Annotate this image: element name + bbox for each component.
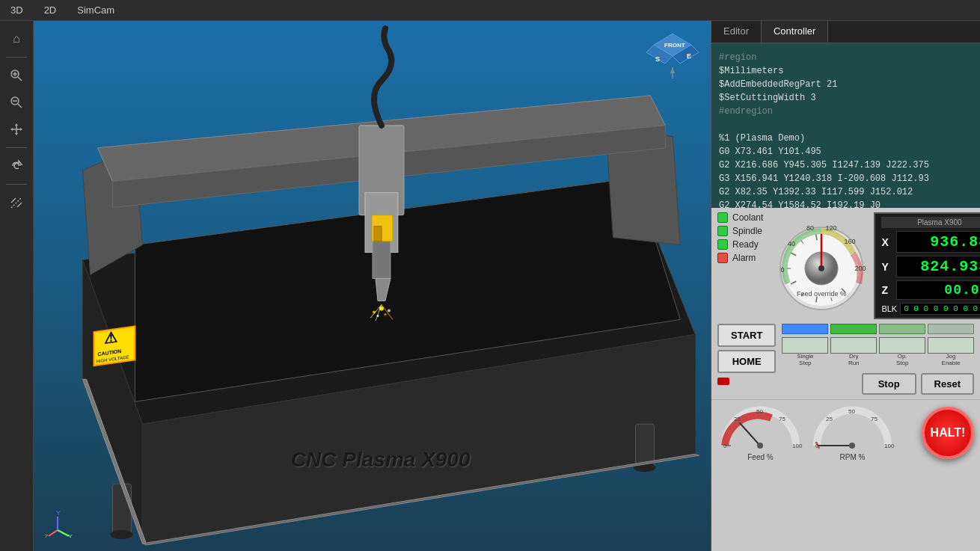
code-line-6 <box>719 118 973 132</box>
menu-2d[interactable]: 2D <box>40 3 61 17</box>
start-button[interactable]: START <box>717 324 776 347</box>
svg-text:200: 200 <box>855 265 866 272</box>
code-editor[interactable]: #region $Millimeters $AddEmbeddedRegPart… <box>711 43 980 208</box>
svg-text:100: 100 <box>884 443 895 449</box>
svg-line-56 <box>49 530 58 536</box>
svg-text:25: 25 <box>734 416 741 422</box>
mode-bar-3 <box>879 324 925 334</box>
single-step-label: SingleStep <box>797 354 813 367</box>
tab-bar: Editor Controller <box>711 21 980 43</box>
svg-text:75: 75 <box>871 416 878 422</box>
reset-button[interactable]: Reset <box>921 373 974 395</box>
svg-point-106 <box>849 443 855 449</box>
dro-y-label: Y <box>881 261 893 273</box>
mode-bar-2 <box>830 324 877 334</box>
status-led-red <box>717 378 729 385</box>
svg-line-15 <box>11 197 22 208</box>
svg-text:S: S <box>655 55 660 63</box>
stop-button[interactable]: Stop <box>862 373 916 395</box>
menu-bar: 3D 2D SimCam <box>0 0 980 21</box>
spindle-indicator: Spindle <box>717 226 763 236</box>
svg-marker-11 <box>10 128 13 131</box>
undo-icon[interactable] <box>4 154 28 178</box>
svg-line-13 <box>11 198 16 203</box>
jog-enable-button[interactable] <box>928 337 974 354</box>
svg-text:FRONT: FRONT <box>664 42 685 49</box>
code-line-8: G0 X73.461 Y101.495 <box>719 145 973 158</box>
svg-text:0: 0 <box>723 443 727 449</box>
feed-gauge-svg: 0 25 50 75 100 <box>717 404 803 453</box>
svg-text:80: 80 <box>806 224 814 232</box>
menu-simcam[interactable]: SimCam <box>73 3 119 17</box>
pan-icon[interactable] <box>4 117 28 141</box>
halt-button[interactable]: HALT! <box>922 407 974 459</box>
single-step-button[interactable] <box>782 337 828 354</box>
code-line-10: G3 X156.941 Y1240.318 I-200.608 J112.93 <box>719 172 973 185</box>
zoom-out-icon[interactable] <box>4 90 28 114</box>
home-icon[interactable]: ⌂ <box>4 27 28 51</box>
coolant-indicator: Coolant <box>717 212 763 223</box>
main-content: ⌂ <box>0 21 980 551</box>
status-row: Coolant Spindle Ready Alarm <box>711 208 980 319</box>
dro-x-value: 936.88 <box>896 231 980 253</box>
svg-text:120: 120 <box>826 224 837 232</box>
svg-line-1 <box>18 77 22 81</box>
dro-y-row: Y 824.933 <box>881 256 980 277</box>
axis-indicator: Z X Y <box>43 508 73 539</box>
alarm-led <box>717 253 728 263</box>
status-indicators: Coolant Spindle Ready Alarm <box>717 212 763 263</box>
svg-rect-38 <box>112 484 131 536</box>
menu-3d[interactable]: 3D <box>6 3 28 17</box>
dry-run-group: DryRun <box>830 337 877 367</box>
coolant-led <box>717 212 728 223</box>
ready-led <box>717 239 728 250</box>
svg-marker-10 <box>15 133 18 135</box>
expand-icon[interactable] <box>4 191 28 215</box>
rpm-gauge-svg: 0 25 50 75 100 <box>809 404 895 453</box>
svg-text:25: 25 <box>826 416 833 422</box>
single-step-group: SingleStep <box>782 337 828 367</box>
svg-line-14 <box>17 203 22 207</box>
spindle-led <box>717 226 728 236</box>
right-panel: Editor Controller #region $Millimeters $… <box>711 21 980 551</box>
svg-line-5 <box>18 104 22 108</box>
left-toolbar: ⌂ <box>0 21 34 551</box>
tab-controller[interactable]: Controller <box>762 21 828 43</box>
svg-rect-29 <box>374 227 382 241</box>
svg-rect-26 <box>373 241 391 279</box>
dro-x-row: X 936.88 <box>881 231 980 253</box>
dro-y-value: 824.933 <box>896 256 980 277</box>
mode-bar-4 <box>928 324 974 334</box>
control-area: START HOME <box>711 319 980 399</box>
mode-buttons-row: SingleStep DryRun Op.Stop JogEnable <box>782 337 974 367</box>
rpm-gauge-label: RPM % <box>840 453 866 461</box>
op-stop-button[interactable] <box>879 337 925 354</box>
home-button[interactable]: HOME <box>717 350 776 373</box>
svg-text:160: 160 <box>845 238 856 245</box>
zoom-in-icon[interactable] <box>4 64 28 87</box>
viewport[interactable]: ⚠ CAUTION HIGH VOLTAGE CNC Plasma X900 F… <box>34 21 711 551</box>
code-line-3: $AddEmbeddedRegPart 21 <box>719 78 973 91</box>
code-line-4: $SetCuttingWidth 3 <box>719 91 973 105</box>
main-buttons: START HOME <box>717 324 776 385</box>
svg-line-93 <box>740 423 760 446</box>
svg-point-34 <box>384 313 386 315</box>
svg-text:100: 100 <box>792 443 803 449</box>
blk-value: 0 0 0 0 0 0 0 0 <box>900 303 980 315</box>
nav-cube[interactable]: FRONT E S <box>646 30 699 82</box>
spindle-label: Spindle <box>732 226 762 236</box>
dro-z-label: Z <box>881 284 893 296</box>
svg-text:⚠: ⚠ <box>104 329 117 347</box>
svg-marker-55 <box>670 67 675 73</box>
controller-panel: Coolant Spindle Ready Alarm <box>711 208 980 551</box>
dry-run-button[interactable] <box>830 337 877 354</box>
toolbar-sep-3 <box>6 184 27 185</box>
code-line-2: $Millimeters <box>719 64 973 78</box>
alarm-indicator: Alarm <box>717 253 763 263</box>
tab-editor[interactable]: Editor <box>711 21 762 43</box>
mode-indicator-bar <box>782 324 974 334</box>
op-stop-group: Op.Stop <box>879 337 925 367</box>
svg-text:Y: Y <box>56 509 61 517</box>
svg-text:Feed override %: Feed override % <box>797 290 846 298</box>
svg-text:50: 50 <box>848 408 855 415</box>
